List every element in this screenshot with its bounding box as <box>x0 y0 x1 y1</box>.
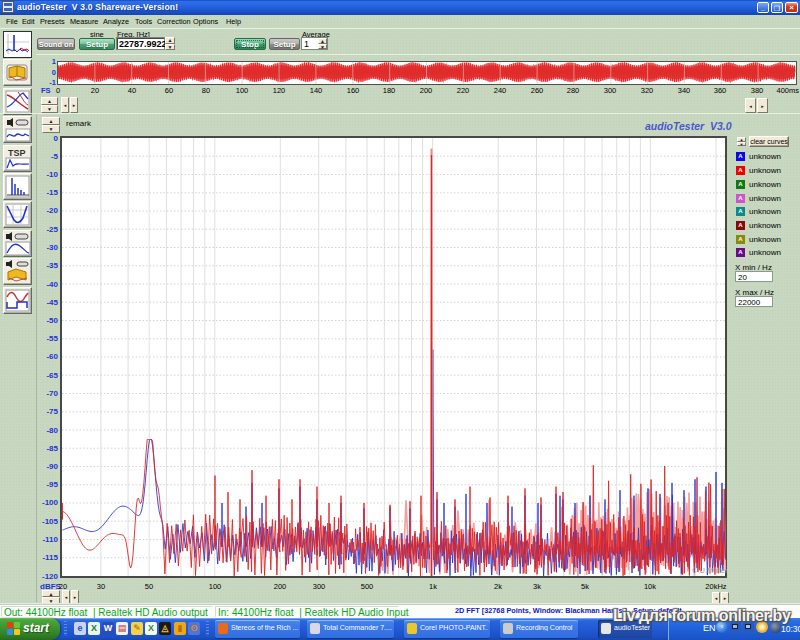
svg-text:© U.Müller: © U.Müller <box>692 566 727 575</box>
svg-text:TSP: TSP <box>8 148 26 158</box>
